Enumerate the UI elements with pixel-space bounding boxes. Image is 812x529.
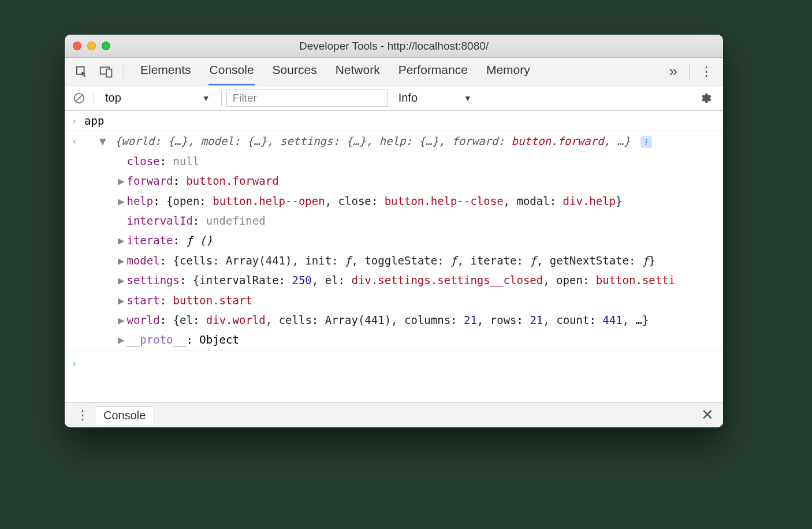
panel-tabs: Elements Console Sources Network Perform…	[139, 57, 662, 85]
more-tabs-button[interactable]: »	[662, 62, 684, 80]
expand-arrow-icon[interactable]: ▶	[118, 294, 124, 307]
expand-arrow-icon[interactable]: ▶	[118, 254, 124, 267]
close-window-button[interactable]	[73, 42, 81, 50]
svg-line-4	[76, 95, 83, 101]
expand-arrow-icon[interactable]: ▶	[118, 314, 124, 326]
filter-input[interactable]	[226, 90, 388, 107]
object-property[interactable]: ▶__proto__: Object	[65, 330, 723, 350]
console-toolbar: top ▼ Info ▼	[65, 85, 723, 111]
input-text: app	[84, 112, 716, 129]
console-prompt[interactable]: ›	[65, 351, 723, 375]
svg-rect-2	[106, 69, 111, 77]
prompt-chevron-icon: ›	[72, 356, 77, 369]
object-property[interactable]: ▶start: button.start	[65, 290, 723, 310]
inspect-element-icon[interactable]	[69, 62, 94, 81]
tab-sources[interactable]: Sources	[271, 57, 318, 85]
execution-context-select[interactable]: top ▼	[99, 88, 217, 107]
context-label: top	[105, 91, 121, 105]
window-title: Developer Tools - http://localhost:8080/	[65, 40, 723, 53]
object-property[interactable]: ▶forward: button.forward	[65, 171, 723, 191]
console-output: › app ‹ ▼ {world: {…}, model: {…}, setti…	[65, 111, 723, 402]
drawer-menu-icon[interactable]: ⋮	[70, 408, 95, 423]
expand-arrow-icon[interactable]: ▶	[118, 234, 124, 247]
object-summary: {world: {…}, model: {…}, settings: {…}, …	[115, 135, 630, 147]
expand-arrow-icon[interactable]: ▼	[99, 135, 106, 147]
drawer: ⋮ Console ✕	[65, 402, 723, 427]
console-settings-icon[interactable]	[692, 92, 718, 105]
minimize-window-button[interactable]	[87, 42, 96, 50]
tab-memory[interactable]: Memory	[485, 57, 531, 85]
expand-arrow-icon[interactable]: ▶	[118, 333, 124, 346]
object-property[interactable]: ▶world: {el: div.world, cells: Array(441…	[65, 310, 723, 330]
window-titlebar: Developer Tools - http://localhost:8080/	[65, 35, 723, 58]
tab-console[interactable]: Console	[208, 57, 255, 85]
dropdown-icon: ▼	[464, 94, 472, 103]
log-level-select[interactable]: Info ▼	[393, 89, 478, 107]
expand-arrow-icon[interactable]: ▶	[118, 274, 124, 286]
tab-elements[interactable]: Elements	[139, 57, 192, 85]
object-property[interactable]: ▶close: null	[65, 151, 723, 171]
level-label: Info	[398, 91, 418, 105]
panel-tabbar: Elements Console Sources Network Perform…	[65, 58, 723, 85]
expand-arrow-icon[interactable]: ▶	[118, 174, 124, 187]
drawer-tab-console[interactable]: Console	[95, 406, 154, 425]
divider	[124, 64, 124, 80]
object-property[interactable]: ▶help: {open: button.help--open, close: …	[65, 191, 723, 211]
clear-console-icon[interactable]	[69, 92, 89, 105]
object-property[interactable]: ▶intervalId: undefined	[65, 211, 723, 230]
dropdown-icon: ▼	[202, 94, 210, 103]
devtools-window: Developer Tools - http://localhost:8080/…	[65, 35, 723, 427]
object-property[interactable]: ▶settings: {intervalRate: 250, el: div.s…	[65, 270, 723, 290]
tab-network[interactable]: Network	[334, 57, 381, 85]
info-badge-icon[interactable]: i	[640, 136, 652, 148]
divider	[221, 91, 222, 106]
console-input-echo: › app	[65, 111, 723, 131]
traffic-lights	[73, 42, 110, 50]
object-property[interactable]: ▶iterate: ƒ ()	[65, 230, 723, 250]
tab-performance[interactable]: Performance	[397, 57, 469, 85]
divider	[689, 64, 690, 80]
maximize-window-button[interactable]	[102, 42, 110, 50]
input-chevron-icon: ›	[72, 112, 84, 129]
divider	[94, 91, 94, 106]
expand-arrow-icon[interactable]: ▶	[118, 195, 124, 207]
close-drawer-icon[interactable]: ✕	[698, 406, 717, 424]
output-chevron-icon: ‹	[72, 132, 84, 150]
console-result-summary[interactable]: ‹ ▼ {world: {…}, model: {…}, settings: {…	[65, 131, 723, 151]
object-property[interactable]: ▶model: {cells: Array(441), init: ƒ, tog…	[65, 251, 723, 270]
devtools-menu-icon[interactable]: ⋮	[694, 64, 718, 79]
device-toolbar-icon[interactable]	[94, 62, 119, 81]
